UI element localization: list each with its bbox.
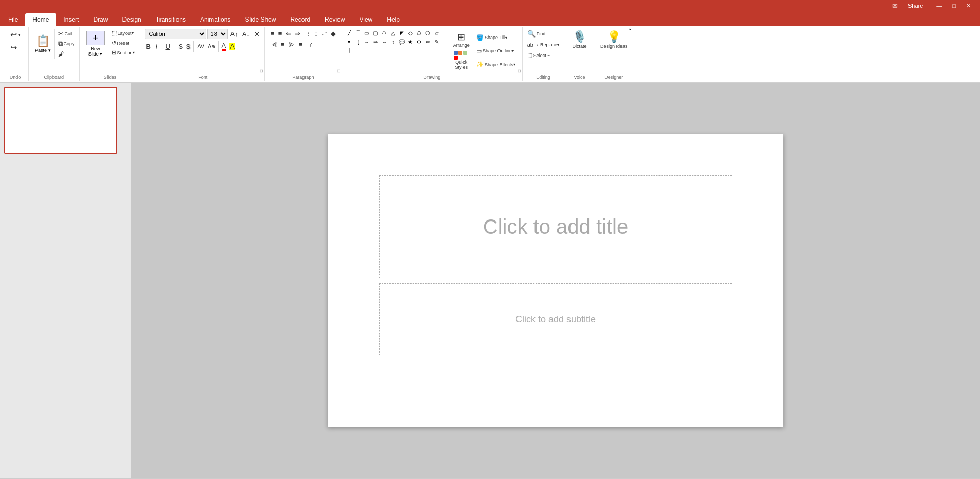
replace-button[interactable]: ab→ Replace ▾: [526, 41, 561, 49]
pentagon-shape[interactable]: ⬠: [415, 29, 423, 37]
format-painter-button[interactable]: 🖌: [57, 49, 76, 59]
triangle-shape[interactable]: △: [389, 29, 397, 37]
title-placeholder[interactable]: Click to add title: [379, 175, 732, 278]
rect-shape[interactable]: ▭: [363, 29, 371, 37]
slides-group: + NewSlide ▾ ⬚ Layout ▾ ↺ Reset ⊞: [80, 27, 141, 81]
align-left-button[interactable]: ⫷: [269, 40, 279, 49]
reset-button[interactable]: ↺ Reset: [110, 39, 136, 47]
block-arrow-shape[interactable]: ⇒: [371, 38, 380, 46]
align-right-button[interactable]: ⫸: [287, 40, 297, 49]
diamond-shape[interactable]: ◇: [406, 29, 415, 37]
brace-shape[interactable]: {: [354, 38, 362, 46]
clear-formatting-button[interactable]: ✕: [253, 29, 261, 39]
cut-button[interactable]: ✂ Cut: [57, 29, 76, 39]
up-down-arrow[interactable]: ↕: [389, 38, 397, 46]
freeform-shape[interactable]: ✏: [424, 38, 432, 46]
font-color-button[interactable]: A: [220, 41, 228, 52]
direction-button[interactable]: ⇌: [320, 29, 329, 39]
tab-file[interactable]: File: [1, 13, 25, 26]
select-button[interactable]: ⬚ Select ~: [526, 51, 561, 60]
quick-styles-button[interactable]: QuickStyles: [450, 49, 473, 71]
dictate-button[interactable]: 🎙️ Dictate: [571, 29, 589, 50]
decrease-indent-button[interactable]: ⇐: [284, 29, 293, 39]
convert-smartart-button[interactable]: ◆: [329, 29, 337, 39]
tab-transitions[interactable]: Transitions: [149, 13, 193, 26]
parallelogram-shape[interactable]: ▱: [433, 29, 441, 37]
increase-indent-button[interactable]: ⇒: [293, 29, 302, 39]
drawing-group-expand-icon[interactable]: ⊡: [518, 69, 521, 73]
bullets-button[interactable]: ≡: [269, 29, 276, 39]
font-group-expand-icon[interactable]: ⊡: [260, 69, 263, 73]
hexagon-shape[interactable]: ⬡: [424, 29, 432, 37]
underline-button[interactable]: U: [164, 42, 173, 51]
columns-button[interactable]: ⫶: [306, 29, 312, 39]
tab-insert[interactable]: Insert: [56, 13, 86, 26]
slide-canvas: Click to add title Click to add subtitle: [328, 134, 783, 427]
designer-group: 💡 Design Ideas Designer ⌃: [595, 27, 633, 81]
italic-button[interactable]: I: [154, 42, 164, 51]
tab-view[interactable]: View: [352, 13, 380, 26]
editing-group: 🔍 Find ab→ Replace ▾ ⬚ Select ~ Editing: [523, 27, 564, 81]
text-highlight-button[interactable]: A: [228, 42, 237, 51]
shadow-button[interactable]: S: [185, 42, 192, 51]
layout-button[interactable]: ⬚ Layout ▾: [110, 29, 136, 38]
curve-shape[interactable]: ∫: [345, 46, 353, 54]
new-slide-button[interactable]: + NewSlide ▾: [84, 29, 107, 59]
tab-home[interactable]: Home: [25, 13, 56, 26]
rtriangle-shape[interactable]: ◤: [398, 29, 406, 37]
increase-font-size-button[interactable]: A↑: [229, 29, 240, 39]
gear-shape[interactable]: ⚙: [415, 38, 423, 46]
align-center-button[interactable]: ≡: [279, 40, 287, 49]
paragraph-group-label: Paragraph: [265, 75, 342, 80]
callout-shape[interactable]: 💬: [398, 38, 406, 46]
rounded-rect-shape[interactable]: ▢: [371, 29, 380, 37]
char-spacing-button[interactable]: AV: [195, 42, 206, 50]
maximize-button[interactable]: □: [949, 3, 959, 9]
canvas-area[interactable]: Click to add title Click to add subtitle: [131, 83, 980, 478]
vertical-align-button[interactable]: ⫯: [308, 40, 314, 49]
tab-help[interactable]: Help: [380, 13, 407, 26]
decrease-font-size-button[interactable]: A↓: [241, 29, 252, 39]
undo-button[interactable]: ↩ ▾: [9, 29, 22, 41]
font-family-dropdown[interactable]: Calibri: [145, 29, 206, 39]
left-right-arrow[interactable]: ↔: [380, 38, 388, 46]
design-ideas-button[interactable]: 💡 Design Ideas: [598, 29, 630, 50]
ribbon-collapse-button[interactable]: ⌃: [628, 28, 632, 33]
connector-shape[interactable]: ⌒: [354, 29, 362, 37]
star-shape[interactable]: ★: [406, 38, 415, 46]
redo-button[interactable]: ↪: [9, 42, 19, 53]
paragraph-group-expand-icon[interactable]: ⊡: [337, 69, 341, 73]
justify-button[interactable]: ≡: [297, 40, 305, 49]
pencil-shape[interactable]: ✎: [433, 38, 441, 46]
numbering-button[interactable]: ≡: [277, 29, 284, 39]
tab-design[interactable]: Design: [115, 13, 148, 26]
share-button[interactable]: Share: [902, 1, 929, 10]
arrange-button[interactable]: ⊞ Arrange: [450, 30, 473, 49]
close-button[interactable]: ✕: [963, 3, 974, 9]
arrow-shape[interactable]: →: [363, 38, 371, 46]
tab-record[interactable]: Record: [283, 13, 317, 26]
tab-slideshow[interactable]: Slide Show: [238, 13, 283, 26]
find-button[interactable]: 🔍 Find: [526, 29, 561, 39]
tab-draw[interactable]: Draw: [86, 13, 115, 26]
shape-outline-button[interactable]: ▭ Shape Outline ▾: [475, 47, 517, 56]
font-size-dropdown[interactable]: 18: [207, 29, 228, 39]
strikethrough-button[interactable]: S̶: [177, 42, 184, 51]
shape-effects-button[interactable]: ✨ Shape Effects ▾: [475, 60, 517, 69]
shape-fill-button[interactable]: 🪣 Shape Fill ▾: [475, 33, 517, 42]
paste-button[interactable]: 📋 Paste ▾: [32, 29, 55, 59]
line-spacing-button[interactable]: ↕: [313, 29, 319, 39]
change-case-button[interactable]: Aa: [206, 42, 216, 50]
copy-button[interactable]: ⧉ Copy: [57, 39, 76, 49]
bold-button[interactable]: B: [145, 42, 154, 51]
tab-animations[interactable]: Animations: [193, 13, 238, 26]
font-group-label: Font: [141, 75, 264, 80]
oval-shape[interactable]: ⬭: [380, 29, 388, 37]
more-shapes-btn[interactable]: ▾: [345, 38, 353, 46]
line-shape[interactable]: ╱: [345, 29, 353, 37]
tab-review[interactable]: Review: [317, 13, 352, 26]
slide-thumbnail-1[interactable]: [4, 87, 117, 154]
minimize-button[interactable]: —: [933, 3, 945, 9]
section-button[interactable]: ⊞ Section ▾: [110, 48, 136, 57]
subtitle-placeholder[interactable]: Click to add subtitle: [379, 283, 732, 355]
